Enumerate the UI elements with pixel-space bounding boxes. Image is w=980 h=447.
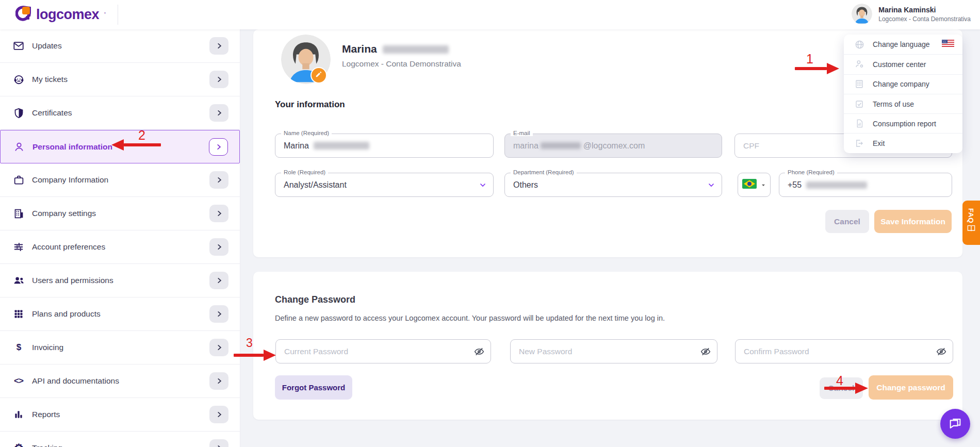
department-select[interactable]: Department (Required) Others bbox=[504, 173, 722, 197]
cancel-information-button[interactable]: Cancel bbox=[825, 210, 869, 233]
toggle-new-password-visibility[interactable] bbox=[699, 346, 712, 358]
confirm-password-field[interactable] bbox=[735, 339, 953, 363]
name-field-value: Marina bbox=[284, 141, 309, 151]
department-select-value: Others bbox=[505, 173, 722, 196]
chevron-right-icon[interactable] bbox=[209, 305, 228, 323]
chevron-right-icon[interactable] bbox=[209, 406, 228, 423]
globe-icon bbox=[854, 39, 864, 49]
annotation-number-1: 1 bbox=[806, 52, 813, 67]
confirm-password-input[interactable] bbox=[736, 340, 924, 363]
sidebar-item-label: Invoicing bbox=[32, 343, 209, 352]
menu-item-exit[interactable]: Exit bbox=[844, 133, 962, 153]
sidebar-item-label: Account preferences bbox=[32, 242, 209, 252]
sidebar-item-invoicing[interactable]: $ Invoicing bbox=[0, 331, 240, 365]
logcomex-logo[interactable]: logcomex’ bbox=[15, 6, 106, 23]
chevron-right-icon[interactable] bbox=[209, 104, 228, 122]
sidebar-item-my-tickets[interactable]: My tickets bbox=[0, 63, 240, 96]
menu-item-label: Customer center bbox=[873, 60, 954, 69]
new-password-field[interactable] bbox=[510, 339, 717, 363]
user-dropdown-menu: Change language Customer center Change c… bbox=[844, 35, 962, 153]
change-password-title: Change Password bbox=[275, 294, 355, 305]
menu-item-change-company[interactable]: Change company bbox=[844, 74, 962, 94]
logo-trademark: ’ bbox=[104, 11, 106, 19]
pencil-icon bbox=[315, 71, 322, 80]
menu-item-customer-center[interactable]: Customer center bbox=[844, 54, 962, 74]
phone-country-select[interactable] bbox=[738, 173, 771, 197]
name-field[interactable]: Name (Required) Marina bbox=[275, 134, 494, 158]
sidebar-item-label: API and documentations bbox=[32, 376, 209, 386]
header-divider bbox=[118, 5, 118, 25]
user-menu-trigger[interactable]: Marina Kaminski Logcomex - Conta Demonst… bbox=[852, 4, 971, 24]
faq-label: FAQ bbox=[967, 208, 975, 223]
menu-item-change-language[interactable]: Change language bbox=[844, 35, 962, 54]
logo-wordmark: logcomex bbox=[36, 7, 99, 23]
dollar-icon: $ bbox=[12, 341, 25, 354]
role-select[interactable]: Role (Required) Analyst/Assistant bbox=[275, 173, 494, 197]
name-field-label: Name (Required) bbox=[281, 130, 332, 136]
redacted-last-name bbox=[383, 45, 449, 54]
sidebar-item-updates[interactable]: Updates bbox=[0, 29, 240, 63]
chevron-right-icon[interactable] bbox=[209, 37, 228, 55]
menu-item-label: Exit bbox=[873, 139, 954, 147]
eye-off-icon bbox=[474, 346, 484, 358]
faq-tab[interactable]: FAQ bbox=[962, 201, 980, 245]
sidebar-item-label: Tracking bbox=[32, 443, 209, 447]
current-password-input[interactable] bbox=[276, 340, 462, 363]
toggle-confirm-password-visibility[interactable] bbox=[935, 346, 948, 358]
chevron-right-icon[interactable] bbox=[209, 138, 228, 156]
menu-item-consumption-report[interactable]: Consumption report bbox=[844, 113, 962, 133]
bar-chart-icon bbox=[12, 408, 25, 421]
chevron-right-icon[interactable] bbox=[209, 339, 228, 356]
sidebar-item-label: My tickets bbox=[32, 75, 209, 84]
chevron-right-icon[interactable] bbox=[209, 439, 228, 447]
sidebar-item-certificates[interactable]: Certificates bbox=[0, 96, 240, 130]
menu-item-label: Change company bbox=[873, 80, 954, 88]
sidebar-item-company-settings[interactable]: Company settings bbox=[0, 197, 240, 230]
email-field: E-mail marina @logcomex.com bbox=[504, 134, 722, 158]
annotation-number-2: 2 bbox=[138, 128, 145, 143]
chevron-right-icon[interactable] bbox=[209, 205, 228, 222]
people-icon bbox=[12, 274, 25, 287]
shield-icon bbox=[12, 107, 25, 119]
sidebar-item-label: Plans and products bbox=[32, 309, 209, 319]
current-password-field[interactable] bbox=[275, 339, 491, 363]
sliders-icon bbox=[12, 241, 25, 253]
app-header: logcomex’ Marina Kaminski Logcomex - Con… bbox=[0, 0, 980, 29]
email-field-label: E-mail bbox=[511, 130, 533, 136]
profile-company: Logcomex - Conta Demonstrativa bbox=[342, 59, 461, 69]
user-avatar bbox=[852, 4, 872, 24]
sidebar-item-company-information[interactable]: Company Information bbox=[0, 163, 240, 197]
edit-avatar-button[interactable] bbox=[311, 67, 327, 84]
change-password-button[interactable]: Change password bbox=[869, 375, 953, 400]
sidebar-item-label: Updates bbox=[32, 41, 209, 51]
book-icon bbox=[967, 225, 975, 234]
sidebar-item-reports[interactable]: Reports bbox=[0, 398, 240, 432]
chevron-right-icon[interactable] bbox=[209, 71, 228, 88]
menu-item-label: Terms of use bbox=[873, 100, 954, 108]
role-select-label: Role (Required) bbox=[281, 169, 328, 175]
redacted-phone-number bbox=[806, 181, 867, 189]
chevron-right-icon[interactable] bbox=[209, 171, 228, 189]
brazil-flag bbox=[742, 179, 757, 191]
toggle-current-password-visibility[interactable] bbox=[473, 346, 485, 358]
menu-item-label: Change language bbox=[873, 40, 942, 48]
forgot-password-button[interactable]: Forgot Password bbox=[275, 375, 352, 400]
save-information-button[interactable]: Save Information bbox=[874, 210, 952, 233]
new-password-input[interactable] bbox=[511, 340, 688, 363]
chevron-right-icon[interactable] bbox=[209, 272, 228, 289]
sidebar-item-api-and-documentations[interactable]: <> API and documentations bbox=[0, 365, 240, 398]
exit-icon bbox=[854, 138, 864, 148]
sidebar-item-users-and-permissions[interactable]: Users and permissions bbox=[0, 264, 240, 297]
report-doc-icon bbox=[854, 119, 864, 129]
menu-item-terms-of-use[interactable]: Terms of use bbox=[844, 94, 962, 113]
phone-field[interactable]: Phone (Required) +55 bbox=[779, 173, 952, 197]
chevron-right-icon[interactable] bbox=[209, 238, 228, 256]
phone-field-label: Phone (Required) bbox=[785, 169, 837, 175]
logcomex-logo-icon bbox=[15, 6, 31, 23]
sidebar-item-tracking[interactable]: ⚙ Tracking bbox=[0, 432, 240, 447]
sidebar-item-plans-and-products[interactable]: Plans and products bbox=[0, 297, 240, 331]
chevron-right-icon[interactable] bbox=[209, 372, 228, 390]
chat-launcher-button[interactable] bbox=[940, 409, 970, 439]
sidebar-item-label: Company settings bbox=[32, 209, 209, 218]
sidebar-item-account-preferences[interactable]: Account preferences bbox=[0, 230, 240, 264]
